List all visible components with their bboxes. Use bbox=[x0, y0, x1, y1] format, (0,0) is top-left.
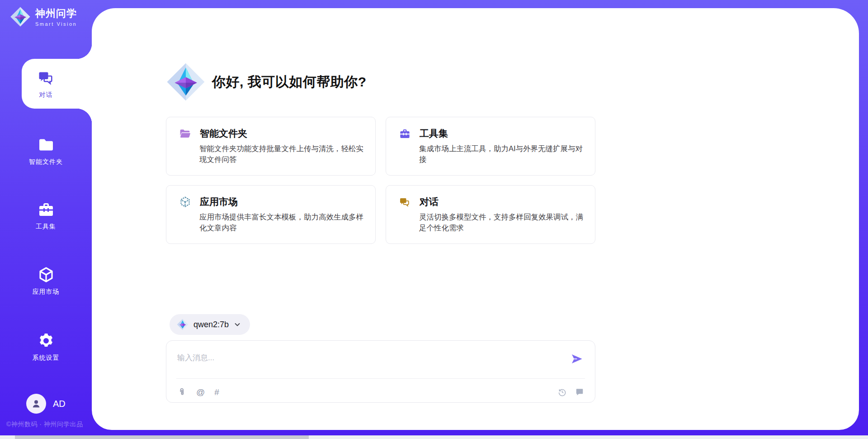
hashtag-icon[interactable]: # bbox=[214, 388, 219, 396]
attachment-icon[interactable] bbox=[177, 387, 187, 397]
card-title: 应用市场 bbox=[200, 196, 238, 208]
card-description: 集成市场上主流工具，助力AI与外界无缝扩展与对接 bbox=[419, 143, 586, 165]
model-selector[interactable]: qwen2:7b bbox=[170, 314, 250, 335]
chat-icon bbox=[37, 69, 55, 87]
cube-icon bbox=[37, 266, 55, 284]
send-icon[interactable] bbox=[571, 353, 583, 365]
horizontal-scrollbar[interactable] bbox=[0, 435, 868, 439]
scrollbar-thumb[interactable] bbox=[15, 435, 309, 439]
card-title: 工具集 bbox=[420, 127, 448, 140]
message-composer: @ # bbox=[166, 340, 595, 403]
folder-icon bbox=[37, 136, 55, 154]
greeting-title: 你好, 我可以如何帮助你? bbox=[212, 73, 367, 91]
user-name: AD bbox=[53, 399, 66, 409]
card-description: 智能文件夹功能支持批量文件上传与清洗，轻松实现文件问答 bbox=[199, 143, 366, 165]
brand-name: 神州问学 bbox=[35, 7, 77, 20]
card-toolset[interactable]: 工具集 集成市场上主流工具，助力AI与外界无缝扩展与对接 bbox=[386, 117, 595, 176]
chat-icon bbox=[399, 196, 411, 208]
sidebar-item-label: 工具集 bbox=[36, 223, 56, 231]
sidebar-item-chat[interactable]: 对话 bbox=[0, 59, 92, 109]
person-icon bbox=[30, 398, 42, 410]
brand-logo: 神州问学 Smart Vision bbox=[10, 6, 77, 27]
model-name: qwen2:7b bbox=[193, 320, 229, 329]
active-tab-background bbox=[22, 59, 92, 109]
sidebar-item-label: 智能文件夹 bbox=[29, 158, 63, 166]
card-description: 灵活切换多模型文件，支持多样回复效果调试，满足个性化需求 bbox=[419, 212, 586, 234]
card-smart-folder[interactable]: 智能文件夹 智能文件夹功能支持批量文件上传与清洗，轻松实现文件问答 bbox=[166, 117, 376, 176]
card-description: 应用市场提供丰富长文本模板，助力高效生成多样化文章内容 bbox=[199, 212, 366, 234]
avatar bbox=[26, 394, 46, 414]
user-account[interactable]: AD bbox=[26, 394, 66, 414]
composer-toolbar: @ # bbox=[177, 386, 584, 398]
grid-cube-icon bbox=[179, 196, 191, 208]
sidebar: 神州问学 Smart Vision 对话 智能文件夹 工具集 bbox=[0, 0, 92, 439]
chevron-down-icon bbox=[234, 321, 241, 328]
brand-subtitle: Smart Vision bbox=[35, 21, 77, 27]
chat-bubble-icon[interactable] bbox=[575, 387, 584, 396]
toolbox-icon bbox=[37, 200, 55, 219]
model-diamond-icon bbox=[177, 319, 189, 330]
mention-icon[interactable]: @ bbox=[196, 388, 205, 396]
sidebar-item-settings[interactable]: 系统设置 bbox=[0, 322, 92, 372]
feature-cards: 智能文件夹 智能文件夹功能支持批量文件上传与清洗，轻松实现文件问答 工具集 集成… bbox=[166, 117, 595, 244]
card-chat[interactable]: 对话 灵活切换多模型文件，支持多样回复效果调试，满足个性化需求 bbox=[386, 185, 595, 244]
brand-diamond-icon bbox=[10, 6, 31, 27]
card-title: 对话 bbox=[420, 196, 439, 208]
sidebar-item-label: 应用市场 bbox=[33, 288, 60, 296]
copyright-text: ©神州数码 · 神州问学出品 bbox=[6, 420, 83, 429]
greeting-block: 你好, 我可以如何帮助你? bbox=[166, 62, 367, 102]
sidebar-item-label: 系统设置 bbox=[33, 354, 60, 362]
card-title: 智能文件夹 bbox=[200, 127, 247, 140]
sidebar-item-smart-folder[interactable]: 智能文件夹 bbox=[0, 126, 92, 176]
history-icon[interactable] bbox=[557, 387, 567, 397]
assistant-diamond-icon bbox=[166, 62, 206, 102]
sidebar-item-app-market[interactable]: 应用市场 bbox=[0, 256, 92, 305]
composer-divider bbox=[176, 378, 585, 379]
sidebar-item-label: 对话 bbox=[39, 91, 53, 99]
gear-icon bbox=[37, 332, 55, 350]
toolbox-icon bbox=[399, 128, 411, 140]
message-input[interactable] bbox=[177, 349, 554, 367]
folder-open-icon bbox=[179, 128, 191, 140]
sidebar-item-toolset[interactable]: 工具集 bbox=[0, 191, 92, 240]
card-app-market[interactable]: 应用市场 应用市场提供丰富长文本模板，助力高效生成多样化文章内容 bbox=[166, 185, 376, 244]
